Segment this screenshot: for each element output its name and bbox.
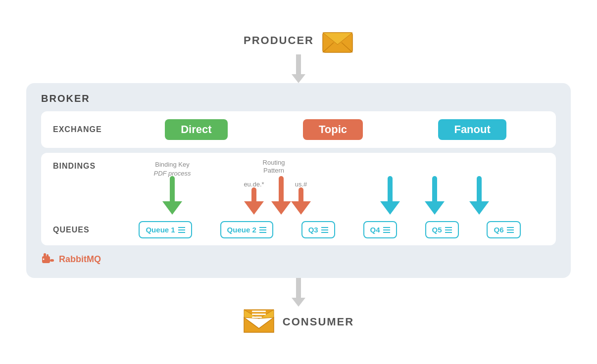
svg-rect-25 — [44, 253, 46, 258]
rabbitmq-label: RabbitMQ — [59, 254, 101, 265]
queue-lines-icon — [507, 227, 514, 233]
broker-box: BROKER EXCHANGE Direct Topic Fanout — [26, 83, 571, 278]
bindings-label: BINDINGS — [53, 162, 107, 171]
svg-text:Routing: Routing — [263, 159, 285, 166]
exchange-items: Direct Topic Fanout — [107, 119, 544, 140]
exchange-row: EXCHANGE Direct Topic Fanout — [41, 111, 556, 148]
diagram-wrapper: PRODUCER BROKER EXCHANGE Direct T — [26, 30, 571, 334]
producer-envelope-icon — [322, 30, 353, 54]
queues-items: Queue 1 Queue 2 Q3 — [107, 221, 532, 238]
svg-marker-19 — [380, 201, 400, 215]
queue-4-badge: Q4 — [363, 221, 397, 238]
bindings-svg: Binding Key PDF process Routing Pattern … — [107, 158, 544, 217]
queue-3-badge: Q3 — [301, 221, 335, 238]
svg-rect-35 — [252, 317, 262, 318]
exchange-topic-badge: Topic — [303, 119, 363, 140]
svg-rect-33 — [252, 311, 266, 312]
queue-lines-icon — [383, 227, 390, 233]
producer-label: PRODUCER — [244, 34, 314, 47]
svg-marker-17 — [291, 201, 311, 215]
queue-lines-icon — [321, 227, 328, 233]
bindings-arrows: Binding Key PDF process Routing Pattern … — [107, 158, 544, 219]
broker-label: BROKER — [41, 93, 556, 104]
svg-marker-13 — [244, 201, 264, 215]
svg-text:Binding Key: Binding Key — [155, 161, 190, 168]
svg-marker-29 — [244, 318, 274, 332]
queue-5-badge: Q5 — [425, 221, 459, 238]
exchange-fanout-badge: Fanout — [438, 119, 506, 140]
rabbitmq-footer: RabbitMQ — [41, 252, 556, 266]
exchange-direct-badge: Direct — [165, 119, 227, 140]
queue-6-badge: Q6 — [487, 221, 520, 238]
queues-label: QUEUES — [53, 226, 107, 234]
svg-marker-21 — [425, 201, 445, 215]
svg-rect-34 — [252, 314, 266, 315]
queue-lines-icon — [178, 227, 185, 233]
queue-2-badge: Queue 2 — [220, 221, 273, 238]
bindings-row: BINDINGS Binding Key PDF process Routi — [53, 158, 544, 219]
svg-text:Pattern: Pattern — [263, 167, 284, 174]
svg-text:eu.de.*: eu.de.* — [244, 181, 264, 188]
svg-point-27 — [43, 259, 45, 260]
svg-rect-28 — [50, 259, 54, 262]
queue-lines-icon — [259, 227, 266, 233]
svg-marker-7 — [162, 201, 182, 215]
producer-section: PRODUCER — [244, 30, 353, 54]
consumer-section: CONSUMER — [243, 307, 354, 334]
broker-to-consumer-arrow — [292, 278, 305, 307]
producer-to-broker-arrow — [292, 54, 305, 83]
consumer-envelope-icon — [243, 307, 275, 334]
svg-text:us.#: us.# — [295, 181, 307, 188]
rabbitmq-icon — [41, 252, 55, 266]
svg-marker-23 — [469, 201, 489, 215]
exchange-label: EXCHANGE — [53, 125, 107, 134]
svg-rect-26 — [47, 254, 49, 258]
queue-1-badge: Queue 1 — [139, 221, 192, 238]
svg-text:PDF process: PDF process — [154, 170, 191, 177]
svg-marker-15 — [271, 201, 291, 215]
bindings-queues-container: BINDINGS Binding Key PDF process Routi — [41, 153, 556, 245]
consumer-label: CONSUMER — [283, 316, 354, 328]
queue-lines-icon — [445, 227, 452, 233]
